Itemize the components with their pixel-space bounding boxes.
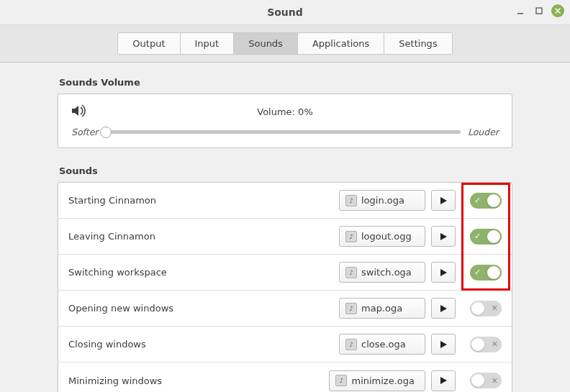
sound-file-name: switch.oga xyxy=(361,267,412,278)
sound-file-name: map.oga xyxy=(361,303,402,314)
volume-section-label: Sounds Volume xyxy=(59,77,512,88)
play-button[interactable] xyxy=(431,298,456,319)
tab-sounds[interactable]: Sounds xyxy=(234,33,298,54)
volume-label: Volume: 0% xyxy=(91,106,479,117)
sound-row: Starting Cinnamon♪login.oga✓ xyxy=(58,183,512,219)
sound-toggle[interactable]: ✓ xyxy=(470,229,502,245)
sound-file-button[interactable]: ♪close.oga xyxy=(339,334,425,355)
sound-label: Leaving Cinnamon xyxy=(68,231,339,242)
sound-label: Starting Cinnamon xyxy=(68,195,339,206)
volume-louder-label: Louder xyxy=(468,127,499,137)
sound-file-button[interactable]: ♪switch.oga xyxy=(339,262,425,283)
tab-applications[interactable]: Applications xyxy=(298,33,384,54)
sound-row: Opening new windows♪map.oga✕ xyxy=(58,291,512,327)
speaker-icon xyxy=(71,104,91,119)
sound-file-name: minimize.oga xyxy=(351,375,415,386)
sound-file-name: close.oga xyxy=(361,339,406,350)
play-button[interactable] xyxy=(431,226,456,247)
sound-file-button[interactable]: ♪minimize.oga xyxy=(329,370,425,391)
sound-file-button[interactable]: ♪login.oga xyxy=(339,190,425,211)
play-button[interactable] xyxy=(431,370,456,391)
maximize-icon[interactable] xyxy=(533,4,546,17)
sounds-section-label: Sounds xyxy=(59,165,512,176)
audio-file-icon: ♪ xyxy=(345,303,357,314)
sound-file-name: login.oga xyxy=(361,195,404,206)
sound-row: Minimizing windows♪minimize.oga✕ xyxy=(58,363,512,392)
sound-label: Minimizing windows xyxy=(68,375,329,386)
sound-file-button[interactable]: ♪logout.ogg xyxy=(339,226,425,247)
sound-file-name: logout.ogg xyxy=(361,231,412,242)
sound-label: Opening new windows xyxy=(68,303,339,314)
sound-label: Closing windows xyxy=(68,339,339,350)
audio-file-icon: ♪ xyxy=(345,231,357,242)
sound-file-button[interactable]: ♪map.oga xyxy=(339,298,425,319)
sound-toggle[interactable]: ✕ xyxy=(470,337,502,352)
volume-slider[interactable] xyxy=(106,130,461,134)
window-controls xyxy=(514,4,564,17)
svg-rect-1 xyxy=(536,8,542,14)
sound-toggle[interactable]: ✕ xyxy=(470,373,502,388)
window-title: Sound xyxy=(0,6,570,18)
tabbar: OutputInputSoundsApplicationsSettings xyxy=(0,24,570,63)
sound-label: Switching workspace xyxy=(68,267,339,278)
sound-row: Leaving Cinnamon♪logout.ogg✓ xyxy=(58,219,512,255)
minimize-icon[interactable] xyxy=(514,4,527,17)
volume-panel: Volume: 0% Softer Louder xyxy=(58,94,512,148)
tab-output[interactable]: Output xyxy=(118,33,180,54)
play-button[interactable] xyxy=(431,262,456,283)
play-button[interactable] xyxy=(431,190,456,211)
tab-input[interactable]: Input xyxy=(181,33,235,54)
sound-row: Switching workspace♪switch.oga✓ xyxy=(58,255,512,291)
audio-file-icon: ♪ xyxy=(345,267,357,278)
svg-rect-0 xyxy=(517,13,523,14)
close-icon[interactable] xyxy=(551,4,564,17)
play-button[interactable] xyxy=(431,334,456,355)
audio-file-icon: ♪ xyxy=(345,195,357,206)
sounds-list: Starting Cinnamon♪login.oga✓Leaving Cinn… xyxy=(58,182,512,392)
sound-toggle[interactable]: ✕ xyxy=(470,301,502,316)
titlebar: Sound xyxy=(0,0,570,24)
sound-toggle[interactable]: ✓ xyxy=(470,265,502,281)
sound-toggle[interactable]: ✓ xyxy=(470,193,502,209)
sound-row: Closing windows♪close.oga✕ xyxy=(58,327,512,363)
tab-settings[interactable]: Settings xyxy=(384,33,451,54)
audio-file-icon: ♪ xyxy=(345,339,357,350)
volume-softer-label: Softer xyxy=(71,127,99,137)
audio-file-icon: ♪ xyxy=(335,375,347,386)
